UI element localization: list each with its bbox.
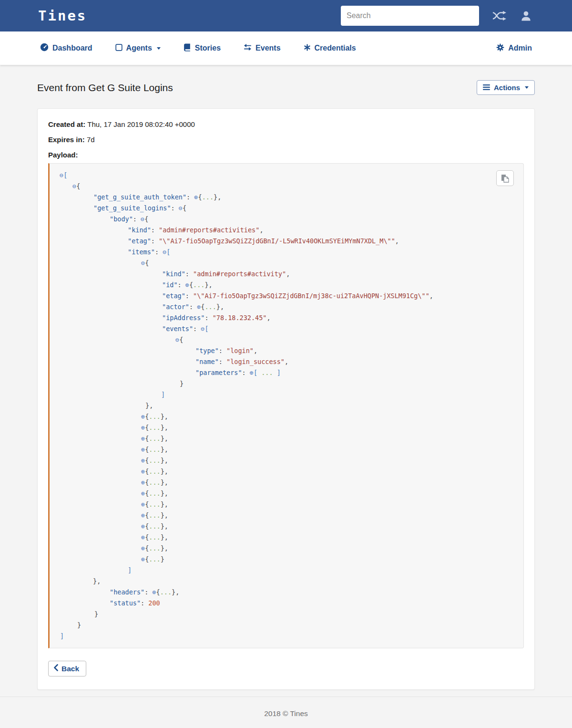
json-token: "etag" (162, 292, 185, 300)
json-token: : (144, 588, 152, 596)
json-line: "parameters": ⊕[ ... ] (60, 367, 516, 378)
json-token: , (164, 544, 168, 552)
created-at-line: Created at: Thu, 17 Jan 2019 08:02:40 +0… (48, 120, 524, 128)
disclosure-toggle-icon[interactable]: ⊕ (141, 457, 145, 464)
nav-item-dashboard[interactable]: Dashboard (40, 43, 92, 53)
json-token: , (97, 577, 101, 585)
json-token: "78.18.232.45" (213, 314, 267, 322)
json-line: "actor": ⊕{...}, (60, 302, 516, 312)
json-token: ... (149, 478, 160, 486)
json-token: : (185, 270, 193, 278)
back-button[interactable]: Back (48, 661, 86, 676)
disclosure-toggle-icon[interactable]: ⊖ (141, 259, 145, 267)
json-line: ⊕{...}, (60, 488, 516, 499)
dashboard-gauge-icon (40, 43, 49, 53)
disclosure-toggle-icon[interactable]: ⊖ (175, 336, 179, 343)
json-token: "type" (195, 347, 219, 354)
json-token: : (155, 248, 163, 256)
page-header: Event from Get G Suite Logins Actions (37, 80, 535, 95)
json-token: : (178, 281, 185, 289)
json-token: { (198, 193, 202, 201)
disclosure-toggle-icon[interactable]: ⊕ (141, 533, 145, 541)
json-token: ... (149, 522, 160, 530)
json-token: ... (202, 193, 214, 201)
nav-item-stories[interactable]: Stories (184, 43, 221, 53)
json-token: ] (60, 632, 64, 640)
created-at-value: Thu, 17 Jan 2019 08:02:40 +0000 (87, 120, 195, 128)
json-token: ] (128, 566, 132, 574)
json-line: ⊕{...}, (60, 411, 516, 422)
json-token: ... (149, 511, 160, 519)
json-token: , (164, 468, 168, 475)
json-token: ... (149, 555, 160, 563)
json-line: } (60, 609, 516, 620)
json-line: ⊖[ (60, 170, 516, 181)
json-token: } (161, 446, 164, 453)
disclosure-toggle-icon[interactable]: ⊕ (141, 544, 145, 552)
disclosure-toggle-icon[interactable]: ⊖ (179, 204, 183, 212)
nav-item-admin[interactable]: Admin (496, 43, 532, 53)
json-token: ... (149, 424, 160, 431)
json-token: , (285, 358, 288, 365)
json-line: "kind": "admin#reports#activities", (60, 225, 516, 236)
json-token: [ (63, 171, 67, 179)
tines-logo[interactable]: Tines (38, 8, 87, 24)
json-token: { (179, 336, 183, 343)
disclosure-toggle-icon[interactable]: ⊕ (185, 281, 189, 289)
disclosure-toggle-icon[interactable]: ⊕ (250, 369, 254, 376)
payload-json-viewer: ⊖[⊖{"get_g_suite_auth_token": ⊕{...},"ge… (48, 163, 524, 648)
actions-button[interactable]: Actions (477, 80, 535, 95)
json-token: ... (193, 281, 204, 289)
disclosure-toggle-icon[interactable]: ⊕ (141, 435, 145, 442)
json-token: "headers" (110, 588, 144, 596)
json-token: , (164, 500, 168, 508)
json-line: ⊖{ (60, 181, 516, 192)
disclosure-toggle-icon[interactable]: ⊕ (141, 468, 145, 475)
nav-item-events[interactable]: Events (244, 43, 280, 53)
json-token: , (395, 237, 399, 245)
disclosure-toggle-icon[interactable]: ⊕ (141, 522, 145, 530)
nav-item-credentials[interactable]: Credentials (304, 44, 356, 53)
json-token: } (161, 413, 164, 420)
secondary-nav: Dashboard Agents Stories (0, 31, 572, 65)
disclosure-toggle-icon[interactable]: ⊕ (141, 413, 145, 420)
json-token: : (219, 358, 226, 365)
json-token: : (185, 292, 193, 300)
disclosure-toggle-icon[interactable]: ⊕ (141, 511, 145, 519)
disclosure-toggle-icon[interactable]: ⊕ (152, 588, 156, 596)
json-token: : (133, 215, 141, 223)
disclosure-toggle-icon[interactable]: ⊕ (141, 555, 145, 563)
json-token: "kind" (128, 226, 151, 234)
json-token: , (164, 435, 168, 442)
disclosure-toggle-icon[interactable]: ⊖ (141, 215, 144, 223)
json-line: "events": ⊖[ (60, 323, 516, 334)
json-token: "login_success" (226, 358, 285, 365)
top-navbar: Tines (0, 0, 572, 31)
disclosure-toggle-icon[interactable]: ⊕ (141, 478, 145, 486)
nav-item-agents[interactable]: Agents (115, 44, 161, 53)
disclosure-toggle-icon[interactable]: ⊕ (141, 500, 145, 508)
disclosure-toggle-icon[interactable]: ⊕ (141, 489, 145, 497)
events-exchange-icon (244, 43, 252, 53)
disclosure-toggle-icon[interactable]: ⊕ (141, 446, 145, 453)
json-line: ⊖{ (60, 258, 516, 269)
json-token: "etag" (128, 237, 151, 245)
json-token: , (164, 446, 168, 453)
copy-icon[interactable] (496, 170, 514, 186)
json-token: } (161, 533, 164, 541)
search-input[interactable] (341, 6, 479, 26)
json-token: } (161, 468, 164, 475)
expires-label: Expires in: (48, 135, 85, 144)
shuffle-icon[interactable] (492, 10, 507, 21)
json-token: : (189, 303, 197, 311)
json-token: } (77, 621, 81, 629)
json-token: { (144, 215, 148, 223)
expires-line: Expires in: 7d (48, 135, 524, 144)
disclosure-toggle-icon[interactable]: ⊖ (72, 182, 76, 190)
disclosure-toggle-icon[interactable]: ⊖ (60, 171, 63, 179)
json-token: , (259, 226, 263, 234)
json-token: } (94, 610, 98, 618)
disclosure-toggle-icon[interactable]: ⊕ (141, 424, 145, 431)
user-icon[interactable] (520, 10, 532, 22)
credentials-asterisk-icon (304, 44, 311, 53)
